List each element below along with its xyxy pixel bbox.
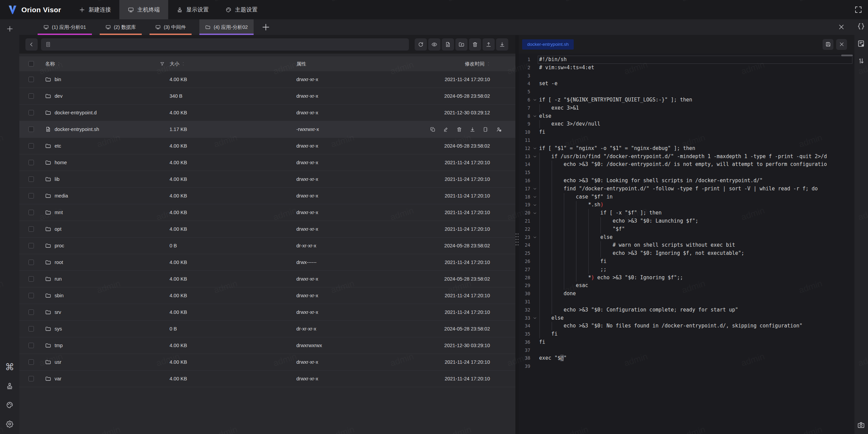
code-line-25[interactable]: 25 echo >&3 "$0: Ignoring $f, not execut… — [519, 249, 854, 258]
add-tab-icon[interactable] — [261, 23, 270, 32]
table-row-home[interactable]: home 4.00 KB drwxr-xr-x 2021-11-24 17:20… — [19, 154, 515, 171]
toolbar-upload-button[interactable] — [482, 38, 495, 51]
table-row-srv[interactable]: srv 4.00 KB drwxr-xr-x 2021-11-24 17:20:… — [19, 304, 515, 321]
table-row-docker-entrypoint.d[interactable]: docker-entrypoint.d 4.00 KB drwxr-xr-x 2… — [19, 105, 515, 121]
code-line-1[interactable]: 1 #!/bin/sh — [519, 56, 854, 64]
code-line-19[interactable]: 19 *.sh) — [519, 201, 854, 209]
code-line-10[interactable]: 10 fi — [519, 128, 854, 136]
chevron-down-icon[interactable] — [533, 146, 537, 151]
table-row-lib[interactable]: lib 4.00 KB drwxr-xr-x 2021-11-24 17:20:… — [19, 171, 515, 188]
row-checkbox[interactable] — [28, 343, 34, 348]
strip-camera-icon[interactable] — [857, 421, 866, 430]
edit-icon[interactable] — [443, 127, 449, 132]
code-line-15[interactable]: 15 — [519, 169, 854, 177]
toolbar-eye-button[interactable] — [428, 38, 440, 51]
toolbar-download-button[interactable] — [496, 38, 508, 51]
row-checkbox[interactable] — [28, 77, 34, 82]
toolbar-folder-plus-button[interactable] — [455, 38, 468, 51]
code-line-12[interactable]: 12 if [ "$1" = "nginx" -o "$1" = "nginx-… — [519, 145, 854, 153]
row-checkbox[interactable] — [28, 143, 34, 149]
strip-sort-lines-icon[interactable] — [857, 57, 866, 65]
sort-carets[interactable] — [182, 62, 185, 66]
code-line-34[interactable]: 34 echo >&3 "$0: No files found in /dock… — [519, 322, 854, 330]
code-line-35[interactable]: 35 fi — [519, 330, 854, 338]
touch-icon[interactable] — [483, 127, 489, 132]
table-row-sbin[interactable]: sbin 4.00 KB drwxr-xr-x 2021-11-24 17:20… — [19, 287, 515, 304]
row-checkbox[interactable] — [28, 359, 34, 365]
sidebar-stamp-icon[interactable] — [5, 381, 15, 391]
table-row-mnt[interactable]: mnt 4.00 KB drwxr-xr-x 2021-11-24 17:20:… — [19, 204, 515, 221]
row-checkbox[interactable] — [28, 93, 34, 99]
code-line-27[interactable]: 27 ;; — [519, 266, 854, 274]
chevron-down-icon[interactable] — [533, 98, 537, 102]
sidebar-command-icon[interactable]: ⌘ — [5, 362, 15, 372]
row-checkbox[interactable] — [28, 210, 34, 215]
code-line-2[interactable]: 2 # vim:sw=4:ts=4:et — [519, 64, 854, 72]
row-checkbox[interactable] — [28, 127, 34, 132]
path-input[interactable] — [41, 38, 409, 51]
row-checkbox[interactable] — [28, 110, 34, 115]
table-row-bin[interactable]: bin 4.00 KB drwxr-xr-x 2021-11-24 17:20:… — [19, 71, 515, 88]
editor-file-tab[interactable]: docker-entrypoint.sh — [522, 39, 574, 50]
sidebar-gear-icon[interactable] — [5, 419, 15, 429]
sort-carets[interactable] — [487, 62, 490, 66]
editor-close-button[interactable] — [836, 39, 847, 50]
chevron-down-icon[interactable] — [533, 154, 537, 159]
row-checkbox[interactable] — [28, 293, 34, 298]
download-icon[interactable] — [470, 127, 475, 132]
table-row-var[interactable]: var 4.00 KB drwxr-xr-x 2021-11-24 17:20:… — [19, 371, 515, 387]
code-line-26[interactable]: 26 fi — [519, 258, 854, 266]
code-line-8[interactable]: 8 else — [519, 112, 854, 120]
table-row-etc[interactable]: etc 4.00 KB drwxr-xr-x 2024-05-28 23:58:… — [19, 138, 515, 154]
table-row-dev[interactable]: dev 340 B drwxr-xr-x 2024-05-28 23:58:02 — [19, 88, 515, 105]
row-checkbox[interactable] — [28, 276, 34, 282]
select-all-checkbox[interactable] — [28, 61, 34, 67]
table-row-sys[interactable]: sys 0 B dr-xr-xr-x 2024-05-28 23:58:02 — [19, 321, 515, 337]
tab-3[interactable]: (3) 中间件 — [150, 19, 192, 35]
chevron-down-icon[interactable] — [533, 211, 537, 215]
filter-funnel-icon[interactable] — [160, 61, 165, 67]
code-line-3[interactable]: 3 — [519, 72, 854, 80]
table-row-usr[interactable]: usr 4.00 KB drwxr-xr-x 2021-11-24 17:20:… — [19, 354, 515, 371]
copy-icon[interactable] — [430, 127, 436, 132]
code-line-21[interactable]: 21 echo >&3 "$0: Launching $f"; — [519, 217, 854, 225]
code-line-5[interactable]: 5 — [519, 88, 854, 96]
back-button[interactable] — [25, 38, 38, 51]
panel-divider[interactable] — [515, 35, 519, 434]
code-line-24[interactable]: 24 # warn on shell scripts without exec … — [519, 241, 854, 249]
code-line-13[interactable]: 13 if /usr/bin/find "/docker-entrypoint.… — [519, 153, 854, 161]
tab-2[interactable]: (2) 数据库 — [100, 19, 142, 35]
code-line-22[interactable]: 22 "$f" — [519, 225, 854, 233]
chevron-down-icon[interactable] — [533, 114, 537, 118]
chevron-down-icon[interactable] — [533, 195, 537, 199]
fullscreen-icon[interactable] — [854, 5, 863, 14]
code-line-31[interactable]: 31 — [519, 298, 854, 306]
code-line-39[interactable]: 39 — [519, 362, 854, 371]
code-line-9[interactable]: 9 exec 3>/dev/null — [519, 120, 854, 128]
code-line-11[interactable]: 11 — [519, 136, 854, 145]
strip-braces-icon[interactable] — [857, 22, 866, 31]
nav-host-terminal[interactable]: 主机终端 — [119, 0, 168, 19]
row-checkbox[interactable] — [28, 226, 34, 232]
code-line-29[interactable]: 29 esac — [519, 282, 854, 290]
table-row-run[interactable]: run 4.00 KB drwxr-xr-x 2024-05-28 23:58:… — [19, 271, 515, 287]
code-line-7[interactable]: 7 exec 3>&1 — [519, 104, 854, 112]
strip-doc-bookmark-icon[interactable] — [857, 40, 866, 48]
sort-carets[interactable] — [57, 62, 60, 66]
row-checkbox[interactable] — [28, 243, 34, 248]
nav-display-settings[interactable]: 显示设置 — [168, 0, 217, 19]
table-row-tmp[interactable]: tmp 4.00 KB drwxrwxrwx 2021-12-30 03:29:… — [19, 337, 515, 354]
sidebar-plus-icon[interactable] — [5, 24, 15, 34]
code-line-4[interactable]: 4 set -e — [519, 80, 854, 88]
row-checkbox[interactable] — [28, 309, 34, 315]
nav-theme-settings[interactable]: 主题设置 — [217, 0, 266, 19]
code-line-28[interactable]: 28 *) echo >&3 "$0: Ignoring $f";; — [519, 274, 854, 282]
code-line-37[interactable]: 37 — [519, 346, 854, 355]
code-line-38[interactable]: 38 exec "$@" — [519, 354, 854, 362]
editor-save-button[interactable] — [823, 39, 833, 50]
code-line-16[interactable]: 16 echo >&3 "$0: Looking for shell scrip… — [519, 177, 854, 185]
table-row-media[interactable]: media 4.00 KB drwxr-xr-x 2021-11-24 17:2… — [19, 188, 515, 204]
row-checkbox[interactable] — [28, 193, 34, 199]
table-row-opt[interactable]: opt 4.00 KB drwxr-xr-x 2021-11-24 17:20:… — [19, 221, 515, 238]
chevron-down-icon[interactable] — [533, 235, 537, 240]
